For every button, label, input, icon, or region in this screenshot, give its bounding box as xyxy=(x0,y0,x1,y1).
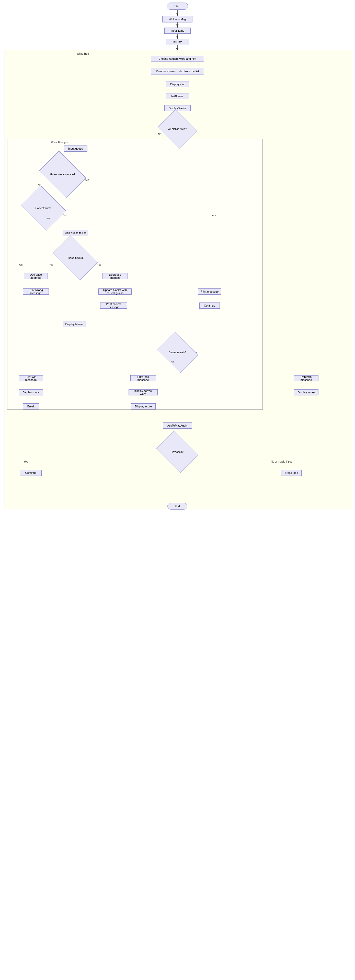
yes-label-guess-already: Yes xyxy=(85,179,89,181)
ask-to-play-again-shape: AskToPlayAgain xyxy=(163,423,192,429)
welcome-msg-shape: WelcomeMsg xyxy=(162,16,192,22)
display-blanks-label: DisplayBlanks xyxy=(169,107,186,110)
end-label: End xyxy=(175,505,180,508)
add-guess-list-shape: Add guess to list xyxy=(62,230,88,236)
correct-word-shape: Correct word? xyxy=(26,194,61,222)
all-blanks-filled-shape: All blanks filled? xyxy=(162,116,193,142)
choose-random-label: Choose random word and hint xyxy=(158,57,196,60)
display-score-left-label: Display score xyxy=(22,391,39,394)
display-blanks-shape: DisplayBlanks xyxy=(164,105,191,111)
decrease-attempts-no-label: Decrease attempts xyxy=(26,273,45,279)
display-correct-word-shape: Display correct word xyxy=(129,389,158,395)
continue-inner-shape: Continue xyxy=(199,302,220,309)
play-again-shape: Play again? xyxy=(160,439,195,465)
print-loss-msg-shape: Print loss message xyxy=(130,375,156,381)
yes-label-play-again: Yes xyxy=(24,460,28,463)
decrease-attempts-no-shape: Decrease attempts xyxy=(24,273,48,279)
decrease-attempts-yes-label: Decrease attempts xyxy=(104,273,125,279)
input-name-shape: InputName xyxy=(164,27,191,34)
choose-random-shape: Choose random word and hint xyxy=(151,56,204,62)
no-invalid-label: No or Invalid Input xyxy=(271,460,292,463)
print-win-msg-right-shape: Print win message xyxy=(294,375,318,381)
no-label-correct-word: No xyxy=(46,217,50,220)
init-blanks-shape: InitBlanks xyxy=(166,93,189,99)
display-score-mid-shape: Display score xyxy=(131,403,156,409)
update-blanks-label: Update blanks with correct guess xyxy=(101,288,130,294)
no-label-guess-in-word: No xyxy=(50,263,53,266)
guess-already-made-shape: Guess already made? xyxy=(43,160,82,188)
yes-label-correct-word: Yes xyxy=(62,214,66,217)
guess-in-word-shape: Guess in word? xyxy=(56,245,94,270)
print-loss-msg-label: Print loss message xyxy=(133,375,154,381)
break-left-shape: Break xyxy=(23,403,39,409)
display-score-right-label: Display score xyxy=(298,391,315,394)
input-name-label: InputName xyxy=(171,29,184,32)
welcome-msg-label: WelcomeMsg xyxy=(169,18,186,21)
while-true-label: While True xyxy=(77,52,89,55)
decrease-attempts-yes-shape: Decrease attempts xyxy=(102,273,128,279)
while-attempts-label: WhileAttempts xyxy=(51,141,67,144)
break-left-label: Break xyxy=(27,405,35,408)
ask-to-play-again-label: AskToPlayAgain xyxy=(167,424,188,427)
add-guess-list-label: Add guess to list xyxy=(65,231,86,234)
print-correct-msg-shape: Print correct message xyxy=(100,302,127,309)
input-guess-label: Input guess xyxy=(68,147,83,150)
remove-chosen-label: Remove chosen index from the list xyxy=(156,70,199,73)
yes-label-guess-in-word: Yes xyxy=(97,263,101,266)
break-loop-label: Break loop xyxy=(285,471,298,474)
continue-bottom-shape: Continue xyxy=(20,470,42,476)
break-loop-shape: Break loop xyxy=(281,470,302,476)
display-correct-word-label: Display correct word xyxy=(131,389,155,395)
print-win-msg-right-label: Print win message xyxy=(296,375,316,381)
yes-label-decrease-left: Yes xyxy=(18,263,22,266)
display-score-left-shape: Display score xyxy=(19,389,43,395)
print-correct-msg-label: Print correct message xyxy=(102,302,125,309)
display-hint-shape: DisplayHint xyxy=(166,81,189,87)
init-blanks-label: InitBlanks xyxy=(171,95,184,98)
remove-chosen-shape: Remove chosen index from the list xyxy=(151,68,204,75)
display-blanks2-label: Display blanks xyxy=(66,323,83,326)
continue-inner-label: Continue xyxy=(204,304,215,307)
no-label-blanks-remain: No xyxy=(171,361,174,364)
end-shape: End xyxy=(167,503,187,509)
display-hint-label: DisplayHint xyxy=(170,83,184,86)
start-label: Start xyxy=(174,5,180,8)
update-blanks-shape: Update blanks with correct guess xyxy=(98,288,132,294)
print-wrong-msg-label: Print wrong message xyxy=(25,288,46,294)
no-label-blanks: No xyxy=(158,133,161,135)
start-shape: Start xyxy=(166,3,188,10)
display-score-right-shape: Display score xyxy=(294,389,318,395)
init-lists-shape: InitLists xyxy=(166,39,189,45)
display-blanks2-shape: Display blanks xyxy=(63,321,86,327)
input-guess-shape: Input guess xyxy=(64,145,87,152)
print-wrong-msg-shape: Print wrong message xyxy=(23,288,49,294)
blanks-remain-shape: Blanks remain? xyxy=(161,339,194,365)
continue-bottom-label: Continue xyxy=(25,471,36,474)
print-win-msg-left-shape: Print win message xyxy=(19,375,43,381)
init-lists-label: InitLists xyxy=(173,40,182,43)
print-msg-shape: Print message xyxy=(198,288,221,294)
print-msg-label: Print message xyxy=(201,290,219,293)
print-win-msg-left-label: Print win message xyxy=(21,375,41,381)
display-score-mid-label: Display score xyxy=(135,405,152,408)
yes-label-correct-word-right: Yes xyxy=(212,214,216,217)
flowchart: Start WelcomeMsg InputName InitLists Whi… xyxy=(0,0,355,980)
